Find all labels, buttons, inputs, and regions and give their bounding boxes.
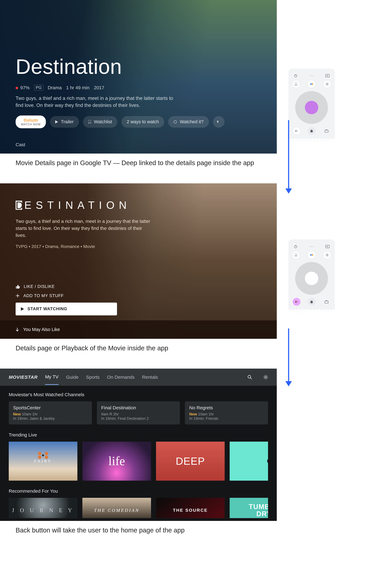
bookmark-button[interactable] (292, 80, 300, 88)
gtv-movie-details: Destination 97% PG Drama 1 hr 49 min 201… (0, 0, 277, 154)
home-button[interactable] (308, 298, 315, 306)
app-movie-details: ESTINATION Two guys, a thief and a rich … (0, 183, 277, 339)
settings-button[interactable] (323, 80, 331, 88)
tab-rentals[interactable]: Rentals (142, 375, 158, 385)
svg-point-4 (310, 83, 312, 85)
settings-icon[interactable] (263, 375, 268, 379)
svg-point-7 (313, 84, 313, 84)
most-watched-heading: Moviestar's Most Watched Channels (9, 392, 268, 397)
remote-control (289, 240, 334, 311)
svg-line-36 (326, 256, 326, 256)
tab-guide[interactable]: Guide (66, 375, 79, 385)
recommended-tile[interactable]: THE SOURCE (156, 498, 225, 518)
caption-3: Back button will take the user to the ho… (0, 521, 371, 535)
svg-point-0 (174, 120, 177, 123)
app-meta: TVPG • 2017 • Drama, Romance • Movie (16, 244, 153, 249)
trending-heading: Trending Live (9, 432, 268, 438)
svg-point-25 (312, 254, 313, 255)
input-button[interactable] (324, 243, 331, 250)
trending-tile[interactable]: MY ONLY ONE (230, 442, 268, 481)
svg-point-27 (313, 254, 313, 255)
cast-heading: Cast (16, 142, 25, 147)
movie-meta: 97% PG Drama 1 hr 49 min 2017 (16, 85, 268, 91)
channel-card[interactable]: SportsCenter New 10am 1hr In 19min: Jale… (9, 401, 92, 424)
tab-sports[interactable]: Sports (86, 375, 100, 385)
trending-tile[interactable]: life (82, 442, 151, 481)
svg-line-35 (328, 254, 328, 254)
home-button[interactable] (308, 127, 315, 135)
svg-point-28 (327, 254, 328, 255)
rating-chip: PG (34, 85, 43, 91)
power-button[interactable] (292, 243, 299, 250)
remote-control (289, 69, 334, 140)
dpad[interactable] (295, 91, 328, 124)
watched-it-button[interactable]: Watched it? (168, 116, 209, 128)
svg-point-41 (265, 376, 267, 378)
svg-rect-37 (325, 301, 328, 303)
svg-line-49 (264, 378, 265, 379)
back-button-highlighted[interactable] (293, 298, 300, 306)
movie-synopsis: Two guys, a thief and a rich man, meet i… (16, 95, 178, 109)
dpad-select[interactable] (305, 272, 318, 285)
settings-button[interactable] (323, 251, 331, 259)
recommended-heading: Recommended For You (9, 488, 268, 494)
more-button[interactable] (213, 116, 225, 128)
assistant-button[interactable] (308, 80, 315, 88)
svg-line-48 (267, 376, 267, 376)
power-button[interactable] (292, 72, 299, 79)
tv-button[interactable] (323, 129, 330, 133)
svg-point-6 (312, 84, 313, 85)
app-synopsis: Two guys, a thief and a rich man, meet i… (16, 218, 153, 239)
svg-point-39 (248, 375, 251, 378)
caption-2: Details page or Playback of the Movie in… (0, 339, 371, 353)
tv-button[interactable] (323, 300, 330, 303)
like-dislike-button[interactable]: LIKE / DISLIKE (16, 284, 117, 289)
caption-1: Movie Details page in Google TV — Deep l… (0, 154, 371, 168)
dpad-select[interactable] (305, 101, 318, 114)
svg-line-33 (326, 254, 326, 254)
svg-line-13 (326, 83, 326, 83)
svg-point-26 (312, 255, 313, 256)
bookmark-icon (88, 120, 91, 124)
channel-card[interactable]: No Regrets New 10am 1hr In 19min: Friend… (185, 401, 268, 424)
feedback-icon (217, 120, 221, 124)
assistant-button[interactable] (308, 251, 315, 259)
watch-now-button[interactable]: tivium WATCH NOW (16, 116, 46, 128)
start-watching-button[interactable]: START WATCHING (16, 303, 117, 315)
back-button[interactable] (293, 127, 300, 135)
app-movie-title: ESTINATION (16, 199, 153, 211)
you-may-also-like[interactable]: You May Also Like (0, 320, 277, 339)
tab-on-demands[interactable]: On Demands (107, 375, 135, 385)
svg-line-16 (326, 85, 326, 85)
thumbs-up-icon (16, 284, 20, 289)
trending-tile[interactable]: FAIRY (9, 442, 77, 481)
search-icon[interactable] (247, 375, 252, 379)
recommended-tile[interactable]: J O U R N E Y (9, 498, 77, 518)
recommended-tile[interactable]: TUMBLE DRY (230, 498, 268, 518)
svg-point-24 (310, 254, 312, 256)
plus-icon (16, 294, 20, 298)
top-nav: MOVIESTAR My TV Guide Sports On Demands … (0, 368, 277, 386)
add-to-stuff-button[interactable]: ADD TO MY STUFF (16, 293, 117, 298)
svg-line-14 (328, 85, 328, 85)
trailer-button[interactable]: Trailer (50, 116, 79, 128)
moviestar-home: MOVIESTAR My TV Guide Sports On Demands … (0, 368, 277, 521)
svg-line-46 (264, 376, 265, 376)
bookmark-button[interactable] (292, 251, 300, 259)
svg-line-15 (328, 83, 328, 83)
channel-card[interactable]: Final Destination 9am R 2hr In 19min: Fi… (97, 401, 180, 424)
svg-point-8 (327, 84, 328, 84)
svg-rect-17 (325, 130, 328, 132)
movie-title: Destination (16, 55, 268, 78)
svg-line-47 (267, 378, 267, 379)
svg-line-34 (328, 256, 328, 256)
watchlist-button[interactable]: Watchlist (83, 116, 117, 128)
tab-my-tv[interactable]: My TV (45, 374, 59, 385)
recommended-tile[interactable]: THE COMEDIAN (82, 498, 151, 518)
svg-point-5 (312, 83, 313, 84)
input-button[interactable] (324, 72, 331, 79)
ways-to-watch-button[interactable]: 2 ways to watch (121, 116, 164, 128)
trending-tile[interactable]: DEEP (156, 442, 225, 481)
brand-logo: MOVIESTAR (9, 375, 38, 380)
dpad[interactable] (295, 262, 328, 295)
